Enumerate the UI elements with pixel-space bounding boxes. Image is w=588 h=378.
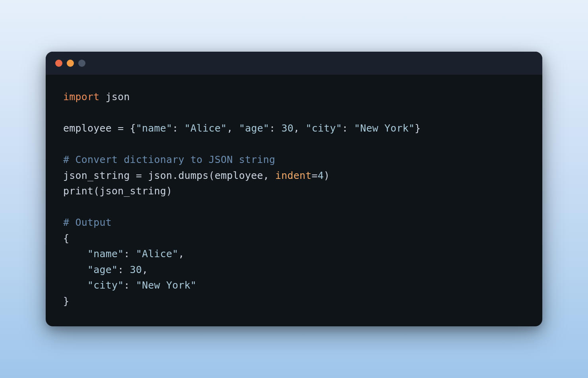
call-json-dumps: json.dumps(employee, — [142, 170, 275, 181]
dict-key-name: "name" — [136, 122, 172, 134]
variable-json-string: json_string — [63, 170, 136, 181]
variable-employee: employee — [63, 122, 118, 134]
number-4: 4 — [318, 170, 324, 181]
brace-open: { — [130, 122, 136, 134]
output-val-alice: "Alice" — [136, 248, 178, 260]
dict-key-city: "city" — [306, 122, 342, 134]
code-editor[interactable]: import json employee = {"name": "Alice",… — [46, 75, 542, 326]
operator-equals: = — [118, 122, 124, 134]
output-brace-open: { — [63, 233, 69, 244]
close-icon[interactable] — [55, 60, 62, 67]
maximize-icon[interactable] — [78, 60, 85, 67]
output-val-newyork: "New York" — [136, 279, 197, 291]
comment-convert: # Convert dictionary to JSON string — [63, 154, 275, 165]
operator-equals: = — [136, 170, 142, 181]
code-window: import json employee = {"name": "Alice",… — [46, 52, 542, 326]
output-brace-close: } — [63, 295, 69, 307]
param-indent: indent — [275, 170, 312, 181]
window-titlebar — [46, 52, 542, 75]
comment-output: # Output — [63, 217, 112, 228]
brace-close: } — [415, 122, 421, 134]
dict-key-age: "age" — [239, 122, 269, 134]
dict-val-alice: "Alice" — [184, 122, 227, 134]
minimize-icon[interactable] — [67, 60, 74, 67]
call-print: print(json_string) — [63, 185, 172, 197]
output-key-city: "city" — [87, 279, 124, 291]
output-val-30: 30 — [130, 264, 142, 275]
dict-val-newyork: "New York" — [354, 122, 415, 134]
module-name: json — [100, 91, 130, 103]
output-key-age: "age" — [87, 264, 118, 275]
output-key-name: "name" — [87, 248, 124, 260]
keyword-import: import — [63, 91, 100, 103]
dict-val-30: 30 — [281, 122, 294, 134]
paren-close: ) — [324, 170, 330, 181]
